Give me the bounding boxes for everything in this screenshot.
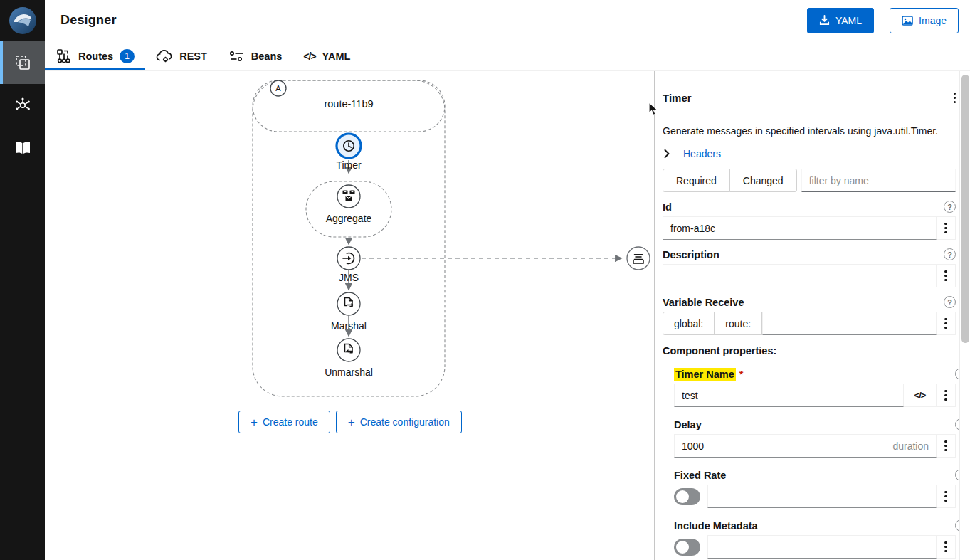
tab-beans[interactable]: Beans: [218, 41, 293, 70]
image-button-label: Image: [919, 15, 947, 26]
panel-kebab-button[interactable]: [954, 86, 956, 110]
id-kebab-button[interactable]: [937, 216, 956, 240]
tab-yaml[interactable]: </> YAML: [292, 41, 361, 70]
fixed-rate-label: Fixed Rate: [674, 470, 726, 481]
tab-rest-label: REST: [179, 51, 207, 62]
fixed-rate-toggle[interactable]: [674, 488, 700, 505]
create-route-label: Create route: [263, 416, 318, 428]
id-input[interactable]: [670, 223, 929, 234]
node-jms-endpoint[interactable]: [627, 247, 650, 270]
route-label[interactable]: route-11b9: [324, 98, 373, 110]
route-canvas[interactable]: A route-11b9 Timer A: [45, 71, 653, 560]
required-marker: *: [739, 369, 744, 380]
description-label: Description: [663, 249, 719, 260]
kebab-icon: [944, 440, 947, 453]
global-prefix-button[interactable]: global:: [663, 312, 715, 335]
variable-receive-kebab-button[interactable]: [937, 312, 956, 335]
create-route-button[interactable]: + Create route: [238, 411, 330, 433]
timer-name-expression-button[interactable]: </>: [904, 384, 937, 407]
delay-input[interactable]: [682, 440, 887, 452]
sidebar-item-design[interactable]: [0, 41, 45, 84]
kebab-icon: [944, 541, 947, 554]
kebab-icon: [944, 270, 947, 282]
field-delay: Delay ? duration: [674, 418, 956, 458]
yaml-button-label: YAML: [835, 15, 862, 26]
headers-expand-button[interactable]: [663, 148, 671, 159]
sidebar-item-catalog[interactable]: [0, 84, 45, 127]
timer-name-input[interactable]: [682, 390, 896, 401]
tab-beans-label: Beans: [251, 51, 283, 62]
tab-yaml-label: YAML: [322, 51, 351, 62]
include-metadata-kebab-button[interactable]: [937, 535, 956, 559]
filter-required-button[interactable]: Required: [663, 169, 730, 192]
download-icon: [819, 15, 830, 26]
plus-icon: +: [251, 416, 258, 428]
component-description: Generate messages in specified intervals…: [663, 125, 956, 137]
app-logo[interactable]: [0, 0, 45, 41]
field-id: Id ?: [663, 201, 956, 240]
app-sidebar: [0, 0, 45, 560]
image-icon: [902, 16, 913, 26]
view-tabs: Routes 1 REST Beans </> YAML: [45, 41, 970, 71]
node-timer[interactable]: Timer: [336, 134, 362, 171]
id-label: Id: [663, 201, 672, 213]
delay-kebab-button[interactable]: [937, 434, 956, 458]
variable-receive-label: Variable Receive: [663, 297, 744, 308]
fixed-rate-kebab-button[interactable]: [937, 485, 956, 508]
properties-panel: Timer Generate messages in specified int…: [654, 71, 959, 560]
tab-rest[interactable]: REST: [145, 41, 218, 70]
timer-name-kebab-button[interactable]: [937, 384, 956, 407]
canvas-actions: + Create route + Create configuration: [238, 411, 462, 433]
create-configuration-button[interactable]: + Create configuration: [336, 411, 462, 433]
fixed-rate-input[interactable]: [715, 491, 929, 502]
filter-changed-button[interactable]: Changed: [729, 169, 797, 192]
page-title: Designer: [60, 13, 117, 28]
description-input[interactable]: [670, 270, 929, 282]
timer-name-label: Timer Name: [674, 368, 736, 381]
field-variable-receive: Variable Receive ? global: route:: [663, 296, 956, 335]
include-metadata-toggle[interactable]: [674, 539, 700, 556]
svg-text:JMS: JMS: [339, 272, 359, 283]
svg-text:A: A: [275, 84, 281, 93]
panel-scrollbar-thumb[interactable]: [961, 75, 969, 343]
tab-routes[interactable]: Routes 1: [45, 41, 145, 70]
svg-text:Unmarshal: Unmarshal: [325, 366, 373, 378]
filter-toolbar: Required Changed: [663, 169, 956, 192]
masthead: Designer YAML Image: [45, 0, 970, 41]
book-icon: [14, 139, 32, 157]
rest-icon: [156, 49, 173, 63]
help-icon[interactable]: ?: [944, 248, 956, 260]
node-unmarshal[interactable]: Unmarshal: [325, 339, 373, 378]
variable-receive-input[interactable]: [770, 318, 929, 329]
export-yaml-button[interactable]: YAML: [807, 8, 874, 33]
help-icon[interactable]: ?: [944, 296, 956, 308]
clone-icon: [14, 54, 31, 71]
include-metadata-label: Include Metadata: [674, 520, 758, 532]
node-marshal[interactable]: Marshal: [331, 292, 367, 332]
panel-scrollbar[interactable]: [959, 71, 970, 560]
routes-count-badge: 1: [120, 49, 135, 63]
kebab-icon: [944, 389, 947, 402]
node-jms[interactable]: JMS: [337, 247, 360, 283]
network-hub-icon: [14, 96, 32, 115]
include-metadata-input[interactable]: [715, 541, 929, 553]
sidebar-item-documentation[interactable]: [0, 127, 45, 169]
kebab-icon: [954, 92, 956, 105]
help-icon[interactable]: ?: [944, 201, 956, 213]
field-timer-name: Timer Name* ? </>: [674, 368, 956, 407]
route-prefix-button[interactable]: route:: [714, 312, 762, 335]
svg-text:Timer: Timer: [336, 159, 362, 171]
plus-icon: +: [348, 416, 355, 428]
masthead-actions: YAML Image: [807, 8, 959, 33]
description-kebab-button[interactable]: [937, 264, 956, 287]
filter-by-name-input[interactable]: [801, 169, 956, 192]
node-aggregate[interactable]: Aggregate: [326, 185, 372, 224]
headers-link[interactable]: Headers: [683, 148, 721, 159]
chevron-right-icon: [664, 149, 670, 158]
route-collapse-badge[interactable]: A: [270, 80, 286, 96]
field-include-metadata: Include Metadata ?: [674, 519, 956, 559]
kebab-icon: [944, 317, 947, 330]
kaoto-logo-icon: [9, 6, 37, 35]
panel-title: Timer: [663, 92, 692, 104]
export-image-button[interactable]: Image: [890, 8, 959, 33]
